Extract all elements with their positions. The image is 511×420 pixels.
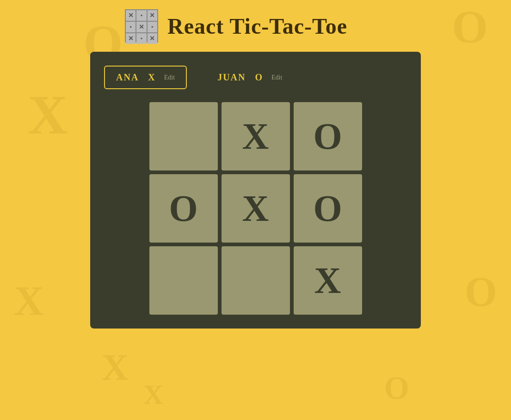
board-cell-7[interactable] [222,246,290,315]
board-cell-4[interactable]: X [222,174,290,243]
board-cell-6[interactable] [149,246,218,315]
player2-card: JUAN O Edit [205,66,294,89]
logo-cell-0 [126,10,135,21]
board-cell-0[interactable] [149,102,218,170]
game-board: XOOXOX [104,102,407,315]
board-cell-2[interactable]: O [294,102,362,170]
game-container: ANA X Edit JUAN O Edit XOOXOX [90,52,421,329]
bg-deco-x1: X [28,83,68,147]
board-cell-3[interactable]: O [149,174,218,243]
bg-deco-x2: X [14,277,44,325]
player2-name: JUAN [217,72,246,83]
logo-cell-5 [148,22,157,32]
app-title: React Tic-Tac-Toe [167,13,347,39]
board-cell-5[interactable]: O [294,174,362,243]
player1-symbol: X [148,72,154,83]
players-row: ANA X Edit JUAN O Edit [104,66,407,89]
player1-name: ANA [116,72,139,83]
logo-cell-4 [136,22,146,32]
logo-cell-2 [148,10,157,21]
player1-edit-button[interactable]: Edit [164,74,175,81]
player2-edit-button[interactable]: Edit [271,74,282,81]
logo-cell-6 [126,33,135,44]
board-cell-8[interactable]: X [294,246,362,315]
bg-deco-x4: X [143,379,163,411]
player1-card: ANA X Edit [104,66,187,89]
bg-deco-o4: O [384,370,409,407]
board-cell-1[interactable]: X [222,102,290,170]
logo-cell-1 [136,10,146,21]
bg-deco-o3: O [465,268,497,316]
logo-cell-8 [148,33,157,44]
logo-cell-7 [136,33,146,44]
app-header: React Tic-Tac-Toe [0,0,511,43]
player2-symbol: O [255,72,262,83]
app-logo [125,9,158,43]
logo-cell-3 [126,22,135,32]
bg-deco-x3: X [102,347,129,389]
